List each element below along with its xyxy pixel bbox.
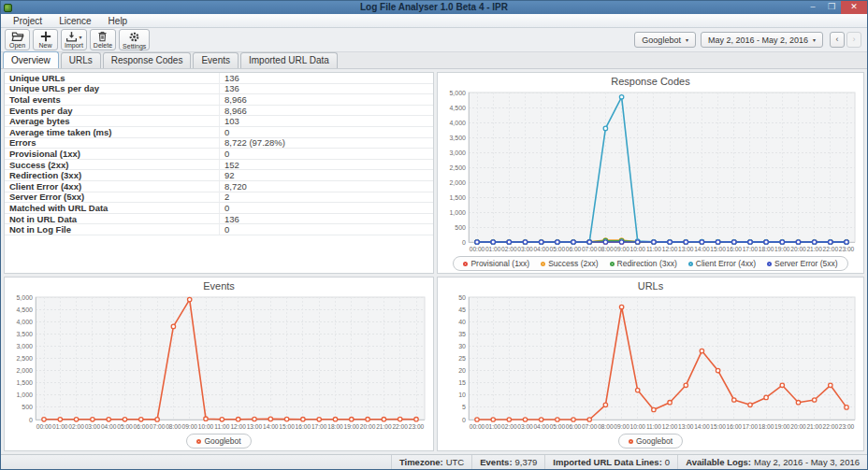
menu-help[interactable]: Help [100, 14, 137, 28]
data-point [619, 95, 623, 99]
next-day-button: › [846, 32, 861, 48]
svg-text:11:00: 11:00 [646, 246, 661, 252]
menu-project[interactable]: Project [5, 14, 51, 28]
svg-text:1,000: 1,000 [16, 392, 33, 398]
svg-text:20:00: 20:00 [790, 246, 806, 252]
svg-text:19:00: 19:00 [344, 423, 360, 430]
title-bar: Log File Analyser 1.0 Beta 4 - IPR –❒✕ [1, 1, 867, 14]
events-chart-title: Events [5, 278, 433, 292]
toolbar-button-label: Open [9, 42, 25, 50]
data-point [716, 368, 719, 372]
data-point [540, 418, 543, 421]
minimize-icon[interactable]: – [803, 1, 822, 14]
prev-day-button[interactable]: ‹ [830, 32, 845, 48]
svg-text:21:00: 21:00 [806, 423, 822, 430]
svg-text:01:00: 01:00 [485, 423, 501, 430]
tab-overview[interactable]: Overview [3, 51, 59, 68]
tab-response-codes[interactable]: Response Codes [103, 52, 192, 68]
svg-text:0: 0 [462, 417, 466, 423]
stat-label: Events per day [5, 106, 219, 116]
svg-text:00:00: 00:00 [36, 423, 52, 430]
table-row: Unique URLs per day136 [5, 84, 433, 95]
data-point [188, 297, 192, 301]
data-point [748, 403, 752, 406]
svg-text:04:00: 04:00 [533, 423, 549, 430]
stat-label: Redirection (3xx) [5, 170, 219, 180]
chart-canvas: 05001,0001,5002,0002,5003,0003,5004,0004… [5, 292, 433, 432]
svg-text:18:00: 18:00 [759, 246, 774, 252]
svg-text:19:00: 19:00 [774, 423, 790, 430]
svg-text:08:00: 08:00 [598, 246, 614, 252]
table-row: Matched with URL Data0 [5, 203, 433, 214]
chevron-down-icon: ▾ [686, 36, 688, 43]
data-point [42, 418, 46, 421]
svg-text:08:00: 08:00 [166, 423, 181, 430]
svg-text:15:00: 15:00 [279, 423, 295, 430]
data-point [796, 240, 800, 244]
date-range-value: May 2, 2016 - May 2, 2016 [708, 36, 808, 45]
close-icon[interactable]: ✕ [841, 1, 867, 14]
legend-marker-icon [688, 262, 693, 266]
svg-text:12:00: 12:00 [662, 246, 678, 252]
menu-licence[interactable]: Licence [51, 14, 99, 28]
svg-text:01:00: 01:00 [52, 423, 68, 430]
stat-label: Unique URLs per day [5, 83, 219, 93]
data-point [556, 418, 559, 421]
import-button[interactable]: ▾Import [61, 29, 87, 50]
data-point [829, 383, 832, 387]
data-point [382, 418, 385, 421]
data-point [123, 418, 126, 421]
stat-value: 103 [219, 116, 433, 126]
svg-text:4,500: 4,500 [16, 306, 33, 313]
svg-text:2,500: 2,500 [449, 164, 466, 171]
svg-text:16:00: 16:00 [727, 423, 743, 430]
legend-marker-icon [196, 439, 201, 444]
toolbar-button-label: Delete [94, 42, 112, 50]
svg-text:00:00: 00:00 [470, 246, 485, 252]
legend-label: Server Error (5xx) [774, 259, 838, 268]
tab-imported-url-data[interactable]: Imported URL Data [240, 52, 338, 68]
svg-text:02:00: 02:00 [501, 423, 517, 430]
date-nav: ‹ › [830, 32, 861, 48]
new-button[interactable]: New [33, 29, 58, 50]
import-icon: ▾ [65, 31, 81, 42]
svg-text:17:00: 17:00 [743, 423, 759, 430]
svg-text:0: 0 [29, 417, 33, 423]
table-row: Average bytes103 [5, 116, 433, 127]
chevron-down-icon: ▾ [79, 34, 81, 40]
svg-text:45: 45 [458, 306, 466, 313]
data-point [155, 418, 159, 421]
toolbar-button-label: Settings [123, 43, 146, 50]
status-timezone: Timezone:UTC [391, 455, 471, 469]
tab-urls[interactable]: URLs [61, 52, 101, 68]
svg-text:40: 40 [458, 319, 466, 325]
stat-value: 2 [219, 192, 433, 202]
data-point [668, 401, 672, 405]
chart-canvas: 0510152025303540455000:0001:0002:0003:00… [438, 292, 863, 432]
svg-text:3,000: 3,000 [16, 343, 33, 349]
tab-events[interactable]: Events [193, 52, 239, 68]
stat-value: 8,966 [219, 106, 433, 116]
bot-filter-dropdown[interactable]: Googlebot ▾ [634, 32, 696, 48]
response-codes-chart-legend: Provisional (1xx)Success (2xx)Redirectio… [438, 254, 863, 273]
events-chart: 05001,0001,5002,0002,5003,0003,5004,0004… [5, 292, 433, 432]
data-point [764, 395, 768, 399]
svg-text:05:00: 05:00 [117, 423, 133, 430]
svg-text:3,000: 3,000 [449, 150, 466, 156]
legend-label: Client Error (4xx) [696, 259, 756, 268]
svg-text:15:00: 15:00 [710, 246, 726, 252]
table-row: Provisional (1xx)0 [5, 149, 433, 160]
svg-text:01:00: 01:00 [485, 246, 501, 252]
date-range-dropdown[interactable]: May 2, 2016 - May 2, 2016 ▾ [701, 32, 823, 48]
data-point [587, 418, 591, 421]
svg-text:08:00: 08:00 [598, 423, 614, 430]
svg-text:2,000: 2,000 [16, 367, 33, 374]
svg-text:2,000: 2,000 [449, 179, 466, 186]
svg-text:03:00: 03:00 [517, 423, 533, 430]
maximize-icon[interactable]: ❒ [822, 1, 841, 14]
settings-button[interactable]: Settings [119, 29, 150, 50]
stat-label: Average time taken (ms) [5, 127, 219, 137]
open-button[interactable]: Open [5, 29, 30, 50]
delete-button[interactable]: Delete [90, 29, 116, 50]
svg-text:03:00: 03:00 [85, 423, 101, 430]
